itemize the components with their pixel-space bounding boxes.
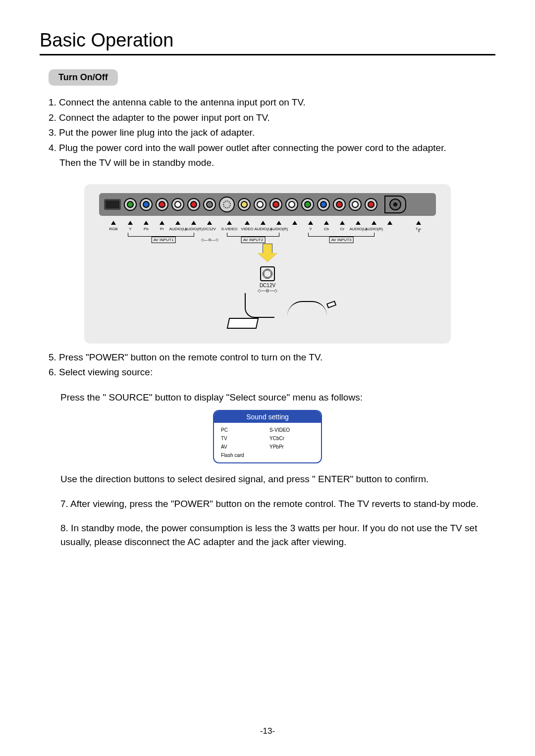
- label-al3: AUDIO(L): [349, 227, 367, 231]
- step-2: 2. Connect the adapter to the power inpu…: [49, 111, 495, 125]
- source-menu: Sound setting PC TV AV Flash card S-VIDE…: [213, 410, 322, 463]
- vga-port-icon: [104, 199, 121, 210]
- label-y1: Y: [129, 227, 131, 231]
- section-badge: Turn On/Off: [49, 69, 118, 86]
- label-al1: AUDIO(L): [169, 227, 186, 231]
- power-arrow-icon: [258, 244, 277, 263]
- jack-dc12v: [203, 198, 216, 211]
- source-menu-col2: S-VIDEO YCbCr YPbPr: [268, 426, 316, 459]
- label-rgb: RGB: [109, 227, 117, 231]
- label-av-input3: AV INPUT3: [329, 237, 354, 243]
- label-ar3: AUDIO(R): [365, 227, 383, 231]
- source-item-flash: Flash card: [219, 451, 268, 459]
- antenna-port-icon: [384, 196, 406, 213]
- label-av-input2: AV INPUT2: [241, 237, 266, 243]
- jack-audio-r-2: [285, 198, 298, 211]
- label-pb: Pb: [144, 227, 149, 231]
- steps-list: 1. Connect the antenna cable to the ante…: [49, 96, 495, 170]
- jack-audio-r-1: [187, 198, 200, 211]
- jack-audio-r-3: [365, 198, 377, 211]
- jack-ypbpr-y: [124, 198, 137, 211]
- step-6-sub2: Use the direction buttons to select desi…: [60, 472, 486, 486]
- dc-plug-icon: [260, 266, 275, 281]
- source-item-svideo: S-VIDEO: [268, 426, 316, 434]
- label-sv: S-VIDEO: [221, 227, 238, 231]
- svideo-port-icon: [219, 197, 235, 212]
- dc-plug-label: DC12V: [238, 283, 297, 288]
- dc-polarity-symbol-1: ◇—⊖—◇: [201, 238, 218, 242]
- label-ar1: AUDIO(R): [185, 227, 203, 231]
- jack-ypbpr-pb: [140, 198, 153, 211]
- jack-ycbcr-cb: [317, 198, 330, 211]
- source-item-ycbcr: YCbCr: [268, 434, 316, 443]
- label-cr: Cr: [340, 227, 344, 231]
- dc-polarity-symbol-2: ◇—⊖—◇: [238, 288, 297, 293]
- adapter-diagram: DC12V ◇—⊖—◇: [238, 266, 297, 329]
- label-al2: AUDIO(L): [254, 227, 271, 231]
- source-item-av: AV: [219, 443, 268, 451]
- step-6-sub1: Press the " SOURCE" button to display "S…: [60, 391, 486, 404]
- source-item-ypbpr: YPbPr: [268, 443, 316, 451]
- jack-audio-l-2: [269, 198, 282, 211]
- step-5: 5. Press "POWER" button on the remote co…: [49, 351, 495, 365]
- source-item-pc: PC: [219, 426, 268, 434]
- jack-ypbpr-pr: [156, 198, 168, 211]
- label-cb: Cb: [324, 227, 329, 231]
- label-video: VIDEO: [241, 227, 254, 231]
- page-title: Basic Operation: [40, 30, 495, 55]
- source-menu-title: Sound setting: [214, 411, 321, 423]
- source-menu-col1: PC TV AV Flash card: [219, 426, 268, 459]
- label-ar2: AUDIO(R): [270, 227, 288, 231]
- label-pr: Pr: [160, 227, 164, 231]
- step-1: 1. Connect the antenna cable to the ante…: [49, 96, 495, 110]
- step-7: 7. After viewing, press the "POWER" butt…: [60, 497, 486, 511]
- jack-audio-l-1: [171, 198, 184, 211]
- page-number: -13-: [0, 726, 535, 736]
- antenna-symbol: ᵀᴦ: [416, 227, 422, 234]
- label-dc: DC12V: [203, 227, 216, 231]
- step-3: 3. Put the power line plug into the jack…: [49, 126, 495, 140]
- jack-video: [254, 198, 267, 211]
- jack-audio-l-3: [349, 198, 362, 211]
- steps-list-2: 5. Press "POWER" button on the remote co…: [49, 351, 495, 380]
- rear-panel-diagram: RGB Y Pb Pr AUDIO(L) AUDIO(R) DC12V S-VI…: [84, 184, 451, 344]
- source-item-tv: TV: [219, 434, 268, 443]
- step-8: 8. In standby mode, the power consumptio…: [60, 521, 486, 549]
- port-labels: RGB Y Pb Pr AUDIO(L) AUDIO(R) DC12V S-VI…: [99, 221, 436, 246]
- jack-svideo-out: [238, 198, 251, 211]
- jack-ycbcr-cr: [333, 198, 346, 211]
- label-av-input1: AV INPUT1: [152, 237, 176, 243]
- label-y2: Y: [309, 227, 312, 231]
- plug-tip-icon: [326, 301, 336, 308]
- step-4-line1: 4. Plug the power cord into the wall pow…: [49, 141, 495, 155]
- connector-strip: [99, 193, 436, 216]
- adapter-brick-icon: [227, 318, 259, 329]
- step-4-line2: Then the TV will be in standby mode.: [49, 156, 495, 170]
- step-6: 6. Select viewing source:: [49, 365, 495, 380]
- jack-ycbcr-y: [301, 198, 314, 211]
